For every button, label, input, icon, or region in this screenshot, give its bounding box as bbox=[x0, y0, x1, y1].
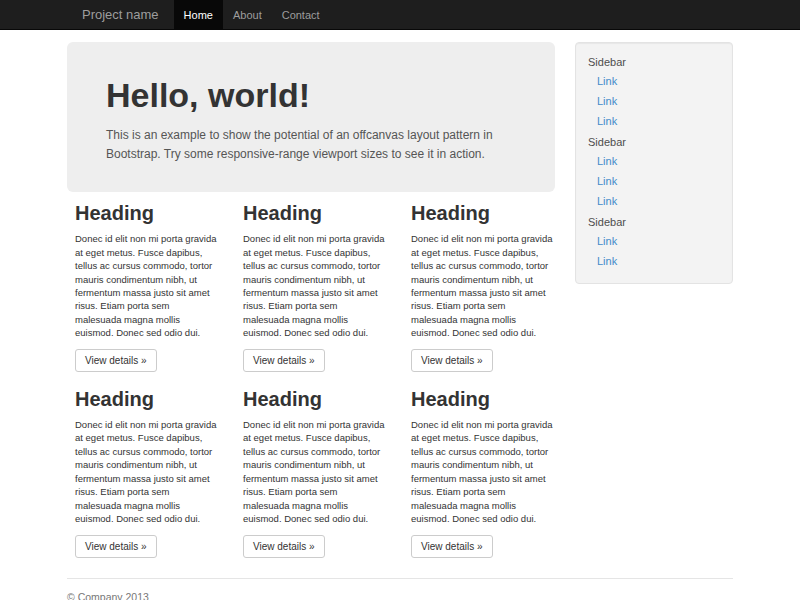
card-heading: Heading bbox=[243, 202, 385, 224]
card-body: Donec id elit non mi porta gravida at eg… bbox=[411, 418, 553, 526]
navbar-brand[interactable]: Project name bbox=[67, 0, 174, 30]
sidebar-section-header: Sidebar bbox=[576, 131, 732, 151]
view-details-button[interactable]: View details » bbox=[411, 349, 493, 372]
card-body: Donec id elit non mi porta gravida at eg… bbox=[243, 232, 385, 340]
sidebar: Sidebar Link Link Link Sidebar Link Link… bbox=[575, 42, 733, 284]
card-body: Donec id elit non mi porta gravida at eg… bbox=[75, 232, 217, 340]
card-body: Donec id elit non mi porta gravida at eg… bbox=[75, 418, 217, 526]
feature-card: Heading Donec id elit non mi porta gravi… bbox=[411, 388, 553, 558]
cards-row-1: Heading Donec id elit non mi porta gravi… bbox=[67, 202, 555, 372]
hero-description: This is an example to show the potential… bbox=[106, 126, 525, 164]
card-heading: Heading bbox=[75, 388, 217, 410]
card-heading: Heading bbox=[75, 202, 217, 224]
card-heading: Heading bbox=[411, 202, 553, 224]
card-body: Donec id elit non mi porta gravida at eg… bbox=[243, 418, 385, 526]
view-details-button[interactable]: View details » bbox=[243, 349, 325, 372]
nav-item-about[interactable]: About bbox=[223, 0, 272, 30]
jumbotron: Hello, world! This is an example to show… bbox=[67, 42, 555, 192]
sidebar-link[interactable]: Link bbox=[576, 151, 732, 171]
sidebar-section-header: Sidebar bbox=[576, 211, 732, 231]
navbar: Project name Home About Contact bbox=[0, 0, 800, 30]
sidebar-link[interactable]: Link bbox=[576, 251, 732, 271]
view-details-button[interactable]: View details » bbox=[75, 349, 157, 372]
nav-item-contact[interactable]: Contact bbox=[272, 0, 330, 30]
view-details-button[interactable]: View details » bbox=[411, 535, 493, 558]
card-body: Donec id elit non mi porta gravida at eg… bbox=[411, 232, 553, 340]
feature-card: Heading Donec id elit non mi porta gravi… bbox=[75, 388, 217, 558]
card-heading: Heading bbox=[243, 388, 385, 410]
feature-card: Heading Donec id elit non mi porta gravi… bbox=[75, 202, 217, 372]
cards-row-2: Heading Donec id elit non mi porta gravi… bbox=[67, 388, 555, 558]
main-content: Hello, world! This is an example to show… bbox=[67, 42, 555, 558]
copyright-text: © Company 2013 bbox=[67, 591, 733, 600]
sidebar-link[interactable]: Link bbox=[576, 171, 732, 191]
feature-card: Heading Donec id elit non mi porta gravi… bbox=[243, 202, 385, 372]
sidebar-link[interactable]: Link bbox=[576, 91, 732, 111]
nav-item-home[interactable]: Home bbox=[174, 0, 223, 30]
sidebar-link[interactable]: Link bbox=[576, 111, 732, 131]
feature-card: Heading Donec id elit non mi porta gravi… bbox=[243, 388, 385, 558]
feature-card: Heading Donec id elit non mi porta gravi… bbox=[411, 202, 553, 372]
sidebar-link[interactable]: Link bbox=[576, 191, 732, 211]
sidebar-section-header: Sidebar bbox=[576, 51, 732, 71]
hero-title: Hello, world! bbox=[106, 78, 525, 114]
view-details-button[interactable]: View details » bbox=[75, 535, 157, 558]
sidebar-link[interactable]: Link bbox=[576, 71, 732, 91]
card-heading: Heading bbox=[411, 388, 553, 410]
view-details-button[interactable]: View details » bbox=[243, 535, 325, 558]
footer: © Company 2013 bbox=[67, 578, 733, 600]
sidebar-link[interactable]: Link bbox=[576, 231, 732, 251]
